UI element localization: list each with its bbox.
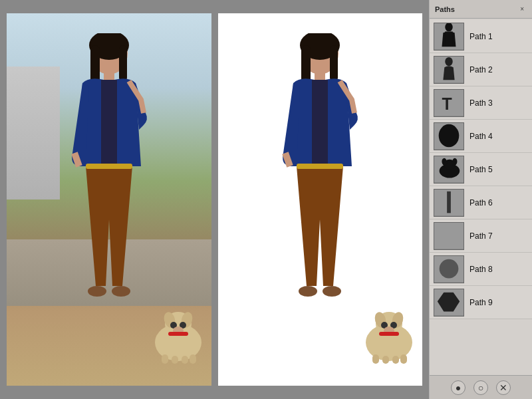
svg-rect-18 xyxy=(182,356,188,364)
panel-header: Paths × xyxy=(430,0,532,19)
path-thumbnail-4 xyxy=(434,122,464,150)
canvas-area xyxy=(0,0,429,399)
svg-rect-19 xyxy=(190,354,196,364)
svg-point-47 xyxy=(445,57,452,66)
path-label-4: Path 4 xyxy=(469,132,493,141)
path-item-6[interactable]: Path 6 xyxy=(430,186,532,219)
path-thumbnail-1 xyxy=(434,23,464,51)
svg-rect-37 xyxy=(372,354,379,364)
svg-point-51 xyxy=(439,124,460,147)
svg-rect-26 xyxy=(312,80,328,166)
svg-rect-39 xyxy=(392,356,399,364)
path-thumbnail-5 xyxy=(434,156,464,184)
svg-rect-3 xyxy=(119,45,127,82)
path-label-9: Path 9 xyxy=(469,298,493,307)
panel-close-button[interactable]: × xyxy=(517,4,527,14)
svg-point-29 xyxy=(323,286,341,297)
path-thumbnail-6 xyxy=(434,189,464,217)
svg-rect-27 xyxy=(297,164,343,169)
path-thumbnail-2 xyxy=(434,56,464,84)
duplicate-path-button[interactable]: ○ xyxy=(473,380,488,395)
svg-rect-44 xyxy=(445,32,448,46)
svg-rect-24 xyxy=(330,45,338,82)
svg-rect-38 xyxy=(382,356,389,364)
svg-rect-5 xyxy=(101,80,117,166)
path-item-8[interactable]: Path 8 xyxy=(430,253,532,286)
path-label-8: Path 8 xyxy=(469,265,493,274)
path-label-2: Path 2 xyxy=(469,65,493,74)
path-item-9[interactable]: Path 9 xyxy=(430,286,532,319)
path-item-7[interactable]: Path 7 xyxy=(430,219,532,253)
cutout-image xyxy=(218,13,423,386)
path-item-2[interactable]: Path 2 xyxy=(430,53,532,86)
svg-rect-17 xyxy=(172,356,178,364)
svg-rect-41 xyxy=(379,332,399,336)
path-label-6: Path 6 xyxy=(469,198,493,207)
original-image xyxy=(7,13,211,386)
path-item-5[interactable]: Path 5 xyxy=(430,153,532,186)
path-item-4[interactable]: Path 4 xyxy=(430,120,532,153)
paths-panel: Paths × Path 1Path 2TPath 3Path 4Path 5P… xyxy=(429,0,532,399)
svg-point-8 xyxy=(112,286,130,297)
paths-list: Path 1Path 2TPath 3Path 4Path 5Path 6Pat… xyxy=(430,19,532,375)
svg-point-7 xyxy=(88,286,106,297)
svg-rect-40 xyxy=(400,354,407,364)
path-label-3: Path 3 xyxy=(469,98,493,108)
delete-path-button[interactable]: ✕ xyxy=(496,380,511,395)
panel-title: Paths xyxy=(435,5,455,13)
path-label-5: Path 5 xyxy=(469,165,493,174)
new-path-button[interactable]: ● xyxy=(451,380,466,395)
panel-footer: ● ○ ✕ xyxy=(430,375,532,399)
path-label-7: Path 7 xyxy=(469,231,493,241)
svg-point-28 xyxy=(299,286,317,297)
path-item-3[interactable]: TPath 3 xyxy=(430,86,532,120)
svg-rect-59 xyxy=(434,222,464,249)
person-figure-cutout xyxy=(273,33,366,352)
svg-rect-16 xyxy=(162,354,168,364)
svg-rect-58 xyxy=(447,192,451,213)
dog-figure-cutout xyxy=(359,303,419,366)
person-figure-original xyxy=(63,33,156,352)
svg-rect-45 xyxy=(450,32,453,46)
svg-rect-6 xyxy=(86,164,132,169)
path-thumbnail-3: T xyxy=(434,89,464,117)
svg-rect-20 xyxy=(168,332,188,336)
svg-text:T: T xyxy=(442,94,452,113)
path-thumbnail-7 xyxy=(434,222,464,250)
path-item-1[interactable]: Path 1 xyxy=(430,20,532,53)
dog-figure-original xyxy=(148,303,208,366)
path-thumbnail-8 xyxy=(434,255,464,283)
path-label-1: Path 1 xyxy=(469,32,493,41)
svg-point-61 xyxy=(440,259,459,279)
path-thumbnail-9 xyxy=(434,289,464,317)
svg-point-43 xyxy=(445,23,452,31)
